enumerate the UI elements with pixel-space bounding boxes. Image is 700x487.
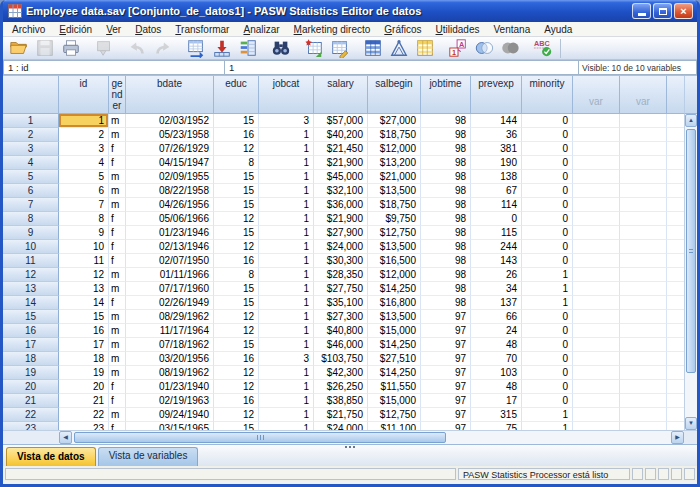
cell-var2[interactable] bbox=[620, 156, 667, 170]
cell-salbegin[interactable]: $15,000 bbox=[368, 394, 421, 408]
row-header[interactable]: 1 bbox=[3, 114, 59, 128]
horizontal-scrollbar[interactable]: ◀ ▶ bbox=[59, 430, 684, 444]
cell-id[interactable]: 9 bbox=[59, 226, 109, 240]
cell-salbegin[interactable]: $18,750 bbox=[368, 128, 421, 142]
cell-prevexp[interactable]: 143 bbox=[471, 254, 522, 268]
cell-salary[interactable]: $27,750 bbox=[314, 282, 368, 296]
cell-id[interactable]: 8 bbox=[59, 212, 109, 226]
cell-educ[interactable]: 12 bbox=[214, 212, 259, 226]
cell-educ[interactable]: 15 bbox=[214, 170, 259, 184]
menu-marketing-directo[interactable]: Marketing directo bbox=[287, 23, 378, 36]
cell-jobcat[interactable]: 1 bbox=[259, 170, 314, 184]
use-variable-sets-button[interactable] bbox=[471, 38, 497, 59]
cell-id[interactable]: 3 bbox=[59, 142, 109, 156]
cell-jobcat[interactable]: 1 bbox=[259, 422, 314, 430]
cell-jobtime[interactable]: 98 bbox=[421, 240, 471, 254]
row-header[interactable]: 20 bbox=[3, 380, 59, 394]
cell-jobcat[interactable]: 1 bbox=[259, 394, 314, 408]
spell-check-button[interactable]: ABC bbox=[530, 38, 556, 59]
cell-prevexp[interactable]: 66 bbox=[471, 310, 522, 324]
cell-educ[interactable]: 8 bbox=[214, 268, 259, 282]
cell-minority[interactable]: 0 bbox=[522, 310, 573, 324]
cell-prevexp[interactable]: 67 bbox=[471, 184, 522, 198]
row-header[interactable]: 15 bbox=[3, 310, 59, 324]
cell-bdate[interactable]: 08/22/1958 bbox=[126, 184, 214, 198]
cell-salary[interactable]: $21,900 bbox=[314, 156, 368, 170]
cell-salbegin[interactable]: $15,000 bbox=[368, 324, 421, 338]
cell-educ[interactable]: 12 bbox=[214, 380, 259, 394]
cell-prevexp[interactable]: 190 bbox=[471, 156, 522, 170]
cell-var2[interactable] bbox=[620, 338, 667, 352]
row-header[interactable]: 10 bbox=[3, 240, 59, 254]
cell-var2[interactable] bbox=[620, 380, 667, 394]
row-header[interactable]: 9 bbox=[3, 226, 59, 240]
undo-button[interactable] bbox=[124, 38, 150, 59]
menu-analizar[interactable]: Analizar bbox=[236, 23, 286, 36]
cell-minority[interactable]: 0 bbox=[522, 254, 573, 268]
cell-minority[interactable]: 0 bbox=[522, 352, 573, 366]
cell-var2[interactable] bbox=[620, 268, 667, 282]
variables-button[interactable] bbox=[235, 38, 261, 59]
cell-salbegin[interactable]: $14,250 bbox=[368, 366, 421, 380]
cell-bdate[interactable]: 07/17/1960 bbox=[126, 282, 214, 296]
cell-bdate[interactable]: 09/24/1940 bbox=[126, 408, 214, 422]
cell-id[interactable]: 1 bbox=[59, 114, 109, 128]
cell-salbegin[interactable]: $9,750 bbox=[368, 212, 421, 226]
cell-var2[interactable] bbox=[620, 212, 667, 226]
column-header-salbegin[interactable]: salbegin bbox=[368, 76, 421, 114]
cell-jobtime[interactable]: 97 bbox=[421, 324, 471, 338]
cell-minority[interactable]: 0 bbox=[522, 170, 573, 184]
cell-minority[interactable]: 1 bbox=[522, 282, 573, 296]
cell-var1[interactable] bbox=[573, 366, 620, 380]
menu-transformar[interactable]: Transformar bbox=[168, 23, 236, 36]
row-header[interactable]: 11 bbox=[3, 254, 59, 268]
cell-prevexp[interactable]: 34 bbox=[471, 282, 522, 296]
cell-jobtime[interactable]: 98 bbox=[421, 254, 471, 268]
cell-salary[interactable]: $32,100 bbox=[314, 184, 368, 198]
cell-var1[interactable] bbox=[573, 394, 620, 408]
cell-minority[interactable]: 1 bbox=[522, 408, 573, 422]
cell-educ[interactable]: 15 bbox=[214, 198, 259, 212]
cell-jobtime[interactable]: 98 bbox=[421, 114, 471, 128]
cell-jobtime[interactable]: 98 bbox=[421, 198, 471, 212]
cell-jobtime[interactable]: 98 bbox=[421, 226, 471, 240]
cell-gender[interactable]: f bbox=[109, 212, 126, 226]
cell-var1[interactable] bbox=[573, 380, 620, 394]
cell-educ[interactable]: 15 bbox=[214, 282, 259, 296]
cell-salary[interactable]: $24,000 bbox=[314, 240, 368, 254]
row-header[interactable]: 12 bbox=[3, 268, 59, 282]
split-file-button[interactable] bbox=[360, 38, 386, 59]
cell-var1[interactable] bbox=[573, 142, 620, 156]
cell-var2[interactable] bbox=[620, 198, 667, 212]
cell-salbegin[interactable]: $16,500 bbox=[368, 254, 421, 268]
cell-jobcat[interactable]: 1 bbox=[259, 366, 314, 380]
tab-data-view[interactable]: Vista de datos bbox=[6, 447, 96, 466]
cell-salary[interactable]: $40,200 bbox=[314, 128, 368, 142]
cell-var2[interactable] bbox=[620, 128, 667, 142]
cell-salbegin[interactable]: $27,510 bbox=[368, 352, 421, 366]
cell-bdate[interactable]: 04/26/1956 bbox=[126, 198, 214, 212]
cell-prevexp[interactable]: 138 bbox=[471, 170, 522, 184]
cell-gender[interactable]: m bbox=[109, 408, 126, 422]
cell-educ[interactable]: 8 bbox=[214, 156, 259, 170]
cell-jobtime[interactable]: 98 bbox=[421, 296, 471, 310]
cell-gender[interactable]: m bbox=[109, 170, 126, 184]
row-header[interactable]: 2 bbox=[3, 128, 59, 142]
row-header[interactable]: 5 bbox=[3, 170, 59, 184]
cell-salary[interactable]: $28,350 bbox=[314, 268, 368, 282]
cell-var1[interactable] bbox=[573, 240, 620, 254]
cell-gender[interactable]: f bbox=[109, 296, 126, 310]
cell-jobcat[interactable]: 1 bbox=[259, 338, 314, 352]
cell-prevexp[interactable]: 17 bbox=[471, 394, 522, 408]
cell-bdate[interactable]: 02/09/1955 bbox=[126, 170, 214, 184]
cell-salary[interactable]: $46,000 bbox=[314, 338, 368, 352]
cell-gender[interactable]: m bbox=[109, 128, 126, 142]
cell-jobtime[interactable]: 98 bbox=[421, 170, 471, 184]
menu-ver[interactable]: Ver bbox=[99, 23, 128, 36]
menu-ventana[interactable]: Ventana bbox=[486, 23, 537, 36]
cell-var2[interactable] bbox=[620, 296, 667, 310]
cell-educ[interactable]: 15 bbox=[214, 296, 259, 310]
minimize-button[interactable] bbox=[632, 3, 651, 19]
cell-salary[interactable]: $26,250 bbox=[314, 380, 368, 394]
cell-bdate[interactable]: 05/23/1958 bbox=[126, 128, 214, 142]
